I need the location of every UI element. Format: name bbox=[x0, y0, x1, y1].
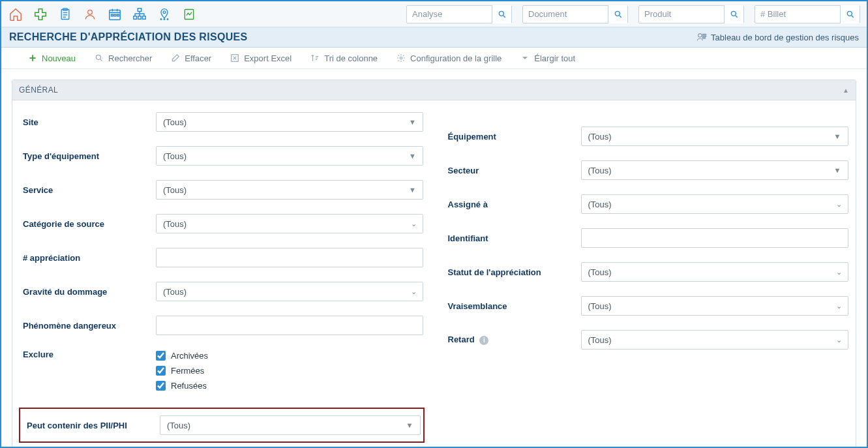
gravite-select[interactable]: (Tous) bbox=[156, 282, 423, 301]
phenomene-label: Phénomène dangereux bbox=[19, 321, 156, 331]
nouveau-label: Nouveau bbox=[42, 53, 76, 63]
nav-icon-row bbox=[8, 7, 197, 22]
svg-rect-12 bbox=[117, 14, 119, 16]
top-bar bbox=[1, 1, 867, 27]
vraisemblance-select[interactable]: (Tous) bbox=[581, 296, 848, 316]
elargir-button[interactable]: Élargir tout bbox=[520, 53, 575, 63]
general-panel: GÉNÉRAL ▲ Site (Tous) ▼ bbox=[12, 80, 856, 448]
exclure-archivees-checkbox[interactable]: Archivées bbox=[156, 351, 423, 361]
refusees-input[interactable] bbox=[156, 381, 166, 391]
svg-rect-13 bbox=[138, 8, 142, 11]
equipement-label: Équipement bbox=[444, 132, 581, 142]
type-equip-dropdown[interactable]: (Tous) ▼ bbox=[156, 146, 423, 166]
general-panel-title: GÉNÉRAL bbox=[19, 85, 58, 95]
svg-rect-16 bbox=[143, 16, 146, 19]
service-dropdown[interactable]: (Tous) ▼ bbox=[156, 180, 423, 200]
search-analyse-button[interactable] bbox=[492, 5, 511, 23]
calendar-icon[interactable] bbox=[107, 7, 123, 22]
title-bar: RECHERCHE D'APPRÉCIATION DES RISQUES Tab… bbox=[1, 27, 867, 48]
identifiant-input[interactable] bbox=[581, 228, 848, 248]
nouveau-button[interactable]: Nouveau bbox=[27, 53, 76, 63]
tri-label: Tri de colonne bbox=[324, 53, 378, 63]
general-panel-header[interactable]: GÉNÉRAL ▲ bbox=[12, 80, 856, 100]
search-produit-button[interactable] bbox=[724, 5, 743, 23]
num-apprec-label: # appréciation bbox=[19, 253, 156, 263]
pii-highlight: Peut contenir des PII/PHI (Tous) ▼ bbox=[19, 408, 425, 443]
svg-point-17 bbox=[163, 10, 166, 13]
clipboard-icon[interactable] bbox=[57, 7, 73, 22]
config-grille-button[interactable]: Configuration de la grille bbox=[396, 53, 501, 63]
num-apprec-input[interactable] bbox=[156, 248, 423, 267]
svg-line-37 bbox=[100, 59, 102, 61]
dashboard-link-label: Tableau de bord de gestion des risques bbox=[711, 33, 859, 42]
svg-line-25 bbox=[619, 15, 621, 17]
gravite-label: Gravité du dommage bbox=[19, 287, 156, 297]
dashboard-link[interactable]: Tableau de bord de gestion des risques bbox=[696, 32, 859, 42]
cat-source-label: Catégorie de source bbox=[19, 219, 156, 229]
chevron-down-icon: ▼ bbox=[834, 132, 841, 140]
toolbar: Nouveau Rechercher Effacer Export Excel … bbox=[1, 48, 867, 69]
fermees-input[interactable] bbox=[156, 366, 166, 376]
location-icon[interactable] bbox=[157, 7, 172, 22]
pii-dropdown[interactable]: (Tous) ▼ bbox=[160, 415, 421, 435]
svg-point-26 bbox=[731, 11, 736, 16]
collapse-icon[interactable]: ▲ bbox=[843, 87, 849, 94]
search-billet-button[interactable] bbox=[840, 5, 860, 23]
pii-label: Peut contenir des PII/PHI bbox=[23, 421, 160, 430]
search-document-button[interactable] bbox=[608, 5, 627, 23]
archivees-input[interactable] bbox=[156, 351, 166, 361]
svg-point-5 bbox=[88, 10, 93, 14]
archivees-label: Archivées bbox=[171, 351, 208, 361]
phenomene-input[interactable] bbox=[156, 316, 423, 335]
assigne-select[interactable]: (Tous) bbox=[581, 194, 848, 214]
effacer-button[interactable]: Effacer bbox=[170, 53, 211, 63]
svg-point-30 bbox=[698, 34, 702, 37]
retard-select[interactable]: (Tous) bbox=[581, 330, 848, 350]
chevron-down-icon: ▼ bbox=[409, 118, 416, 126]
plus-icon[interactable] bbox=[33, 7, 48, 22]
report-icon[interactable] bbox=[181, 7, 197, 22]
search-produit-input[interactable] bbox=[639, 6, 724, 23]
site-dropdown[interactable]: (Tous) ▼ bbox=[156, 112, 423, 132]
search-document bbox=[522, 5, 628, 23]
site-value: (Tous) bbox=[163, 117, 187, 127]
fermees-label: Fermées bbox=[171, 366, 204, 376]
search-billet-input[interactable] bbox=[755, 6, 840, 23]
svg-line-23 bbox=[503, 15, 505, 17]
search-document-input[interactable] bbox=[523, 6, 608, 23]
statut-select[interactable]: (Tous) bbox=[581, 262, 848, 282]
left-column: Site (Tous) ▼ Type d'équipement ( bbox=[19, 112, 425, 447]
tri-colonne-button[interactable]: Tri de colonne bbox=[310, 53, 378, 63]
org-chart-icon[interactable] bbox=[132, 7, 147, 22]
search-analyse-input[interactable] bbox=[407, 6, 492, 23]
equipement-dropdown[interactable]: (Tous) ▼ bbox=[581, 127, 848, 146]
svg-rect-10 bbox=[112, 14, 113, 16]
plus-icon bbox=[27, 53, 38, 63]
exclure-fermees-checkbox[interactable]: Fermées bbox=[156, 366, 423, 376]
chevron-down-icon: ▼ bbox=[409, 152, 416, 160]
identifiant-label: Identifiant bbox=[444, 233, 581, 243]
secteur-dropdown[interactable]: (Tous) ▼ bbox=[581, 160, 848, 180]
service-value: (Tous) bbox=[163, 185, 187, 195]
info-icon[interactable]: i bbox=[479, 336, 488, 345]
page-title: RECHERCHE D'APPRÉCIATION DES RISQUES bbox=[9, 31, 247, 43]
svg-point-36 bbox=[96, 55, 100, 59]
svg-rect-32 bbox=[702, 36, 706, 37]
rechercher-button[interactable]: Rechercher bbox=[94, 53, 152, 63]
cat-source-select[interactable]: (Tous) bbox=[156, 214, 423, 233]
search-icon bbox=[94, 53, 104, 63]
general-panel-body: Site (Tous) ▼ Type d'équipement ( bbox=[12, 100, 856, 448]
svg-point-24 bbox=[615, 11, 620, 16]
export-excel-button[interactable]: Export Excel bbox=[230, 53, 292, 63]
user-icon[interactable] bbox=[82, 7, 98, 22]
exclure-refusees-checkbox[interactable]: Refusées bbox=[156, 381, 423, 391]
site-label: Site bbox=[19, 117, 156, 127]
sort-icon bbox=[310, 53, 320, 63]
svg-point-20 bbox=[167, 18, 168, 20]
home-icon[interactable] bbox=[8, 7, 23, 22]
elargir-label: Élargir tout bbox=[534, 53, 575, 63]
svg-rect-33 bbox=[702, 38, 705, 38]
svg-point-19 bbox=[164, 18, 165, 20]
svg-rect-11 bbox=[114, 14, 116, 16]
exclure-label: Exclure bbox=[19, 350, 156, 359]
